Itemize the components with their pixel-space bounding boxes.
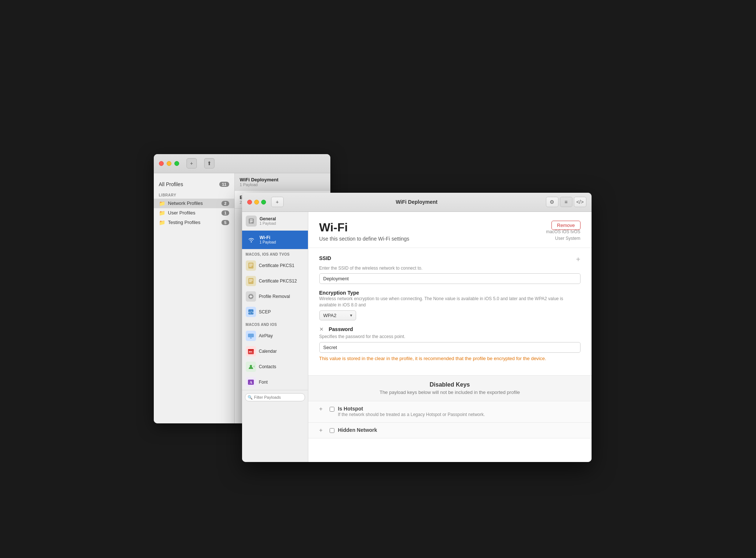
general-icon — [246, 216, 257, 227]
all-profiles-item[interactable]: All Profiles 11 — [154, 179, 234, 191]
svg-rect-17 — [248, 349, 254, 351]
share-button[interactable]: ⬆ — [204, 158, 214, 168]
add-profile-button[interactable]: + — [187, 158, 197, 168]
add-payload-button[interactable]: + — [271, 197, 284, 207]
bg-titlebar: + ⬆ — [154, 154, 330, 173]
payload-item-general[interactable]: General 1 Payload — [242, 212, 308, 231]
ssid-section: SSID + Enter the SSID of the wireless ne… — [308, 248, 592, 376]
svg-rect-1 — [250, 220, 253, 220]
svg-text:A: A — [249, 380, 252, 384]
hotspot-checkbox[interactable] — [330, 407, 334, 412]
disabled-keys-subtitle: The payload keys below will not be inclu… — [319, 390, 581, 395]
fg-close-button[interactable] — [247, 200, 252, 205]
svg-rect-10 — [249, 280, 253, 281]
contacts-label: Contacts — [259, 364, 276, 369]
svg-text:@: @ — [253, 365, 255, 367]
svg-rect-4 — [248, 263, 253, 269]
folder-icon: 📁 — [159, 200, 165, 206]
scep-icon: </> — [246, 307, 256, 317]
payload-item-calendar[interactable]: Calendar — [242, 344, 308, 359]
encryption-label: Encryption Type — [319, 290, 581, 296]
svg-text:</>: </> — [248, 311, 253, 314]
filter-input[interactable] — [245, 393, 305, 401]
payload-item-scep[interactable]: </> SCEP — [242, 304, 308, 320]
minimize-button[interactable] — [167, 161, 171, 166]
sidebar-item-network-profiles[interactable]: 📁 Network Profiles 2 — [154, 199, 234, 208]
search-icon: 🔍 — [248, 395, 253, 399]
wifi-label: Wi-Fi — [260, 235, 276, 240]
svg-rect-9 — [249, 279, 253, 280]
payload-item-cert2[interactable]: Certificate PKCS12 — [242, 273, 308, 289]
payload-item-airplay[interactable]: AirPlay — [242, 328, 308, 344]
ssid-input[interactable] — [319, 273, 581, 284]
all-profiles-label: All Profiles — [159, 181, 183, 187]
code-button[interactable]: </> — [574, 197, 586, 207]
fg-titlebar-actions: ⚙ ≡ </> — [546, 197, 586, 207]
filter-box: 🔍 — [242, 390, 308, 404]
disabled-item-hotspot: + Is Hotspot If the network should be tr… — [308, 401, 592, 423]
remove-field-icon[interactable]: ✕ — [319, 326, 325, 332]
profile-item-wifi[interactable]: WiFi Deployment 1 Payload — [235, 173, 330, 191]
removal-label: Profile Removal — [259, 294, 290, 299]
disabled-item-hidden-network: + Hidden Network — [308, 423, 592, 438]
user-profiles-label: User Profiles — [168, 210, 219, 216]
password-input[interactable] — [319, 342, 581, 353]
profile-wifi-name: WiFi Deployment — [240, 177, 325, 182]
maximize-button[interactable] — [174, 161, 179, 166]
payload-item-cert1[interactable]: Certificate PKCS1 — [242, 258, 308, 273]
sidebar-item-testing-profiles[interactable]: 📁 Testing Profiles 5 — [154, 218, 234, 227]
network-profiles-label: Network Profiles — [168, 200, 219, 206]
cert1-label: Certificate PKCS1 — [259, 263, 295, 268]
encryption-select-wrapper: WPA2 WEP None Any ▼ — [319, 310, 356, 320]
menu-button[interactable]: ≡ — [560, 197, 572, 207]
scep-label: SCEP — [259, 309, 271, 314]
encryption-select[interactable]: WPA2 WEP None Any — [319, 310, 356, 320]
ssid-label: SSID — [319, 255, 331, 261]
airplay-label: AirPlay — [259, 333, 273, 338]
ssid-plus-button[interactable]: + — [576, 255, 581, 264]
fg-titlebar: + WiFi Deployment ⚙ ≡ </> — [242, 193, 592, 212]
platform-labels: macOS iOS tvOS User System — [546, 228, 580, 242]
testing-profiles-badge: 5 — [221, 220, 229, 225]
svg-rect-19 — [251, 351, 252, 352]
payload-item-contacts[interactable]: @ Contacts — [242, 359, 308, 374]
general-label: General — [260, 216, 276, 221]
all-profiles-badge: 11 — [219, 182, 229, 187]
network-profiles-badge: 2 — [221, 201, 229, 206]
hidden-network-add-button[interactable]: + — [319, 427, 326, 434]
hotspot-desc: If the network should be treated as a Le… — [338, 412, 485, 418]
payload-item-wifi[interactable]: Wi-Fi 1 Payload — [242, 231, 308, 249]
fg-window-title: WiFi Deployment — [396, 199, 437, 205]
macos-ios-section-label: macOS, iOS and tvOS — [242, 249, 308, 258]
disabled-keys-section: Disabled Keys The payload keys below wil… — [308, 376, 592, 401]
close-button[interactable] — [159, 161, 164, 166]
hidden-network-content: Hidden Network — [338, 427, 377, 433]
hidden-network-label: Hidden Network — [338, 427, 377, 433]
svg-rect-6 — [249, 265, 253, 266]
fg-body: General 1 Payload Wi-Fi — [242, 212, 592, 462]
hidden-network-checkbox[interactable] — [330, 428, 334, 433]
filter-wrapper: 🔍 — [245, 393, 305, 401]
disabled-keys-title: Disabled Keys — [319, 381, 581, 388]
main-content: Wi-Fi Use this section to define Wi-Fi s… — [308, 212, 592, 462]
library-section-label: LIBRARY — [154, 191, 234, 199]
payload-item-font[interactable]: A Font — [242, 374, 308, 390]
cert1-icon — [246, 260, 256, 271]
macos-ios-section2-label: macOS and iOS — [242, 320, 308, 328]
calendar-label: Calendar — [259, 349, 277, 354]
svg-rect-2 — [250, 221, 253, 222]
fg-maximize-button[interactable] — [261, 200, 266, 205]
hotspot-add-button[interactable]: + — [319, 406, 326, 412]
payload-list: General 1 Payload Wi-Fi — [242, 212, 308, 462]
password-warning: This value is stored in the clear in the… — [319, 355, 581, 362]
sidebar-item-user-profiles[interactable]: 📁 User Profiles 1 — [154, 208, 234, 218]
wifi-sub: 1 Payload — [260, 240, 276, 244]
contacts-icon: @ — [246, 362, 256, 372]
gear-button[interactable]: ⚙ — [546, 197, 558, 207]
password-row: ✕ Password — [319, 326, 581, 332]
fg-minimize-button[interactable] — [254, 200, 259, 205]
payload-item-removal[interactable]: Profile Removal — [242, 289, 308, 304]
wifi-icon — [246, 234, 257, 245]
svg-rect-11 — [249, 281, 252, 282]
airplay-icon — [246, 331, 256, 341]
